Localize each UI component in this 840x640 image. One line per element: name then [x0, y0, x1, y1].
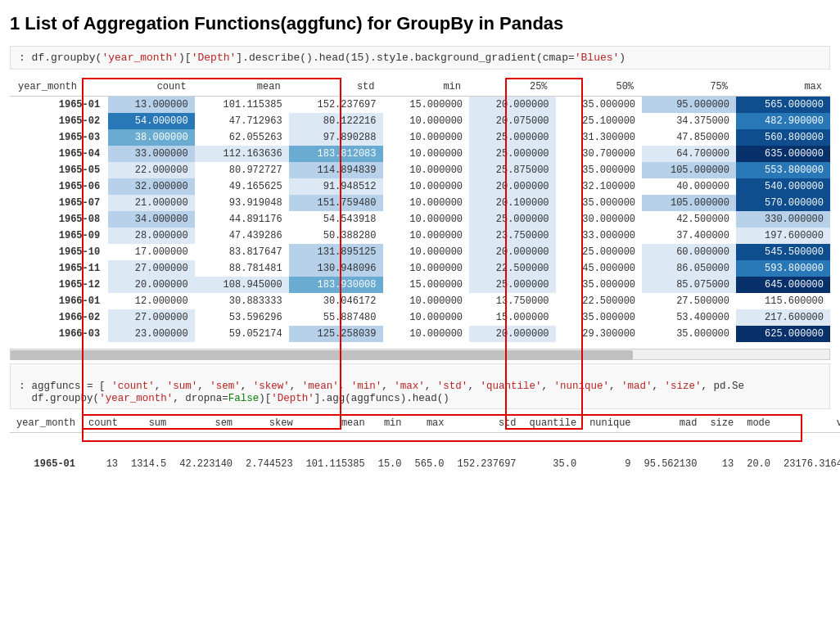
table-cell: 22.500000: [469, 260, 556, 277]
th-count: count: [108, 78, 195, 97]
table-row: 1965-09 28.000000 47.439286 50.388280 10…: [10, 228, 830, 244]
table-cell: 32.000000: [108, 178, 195, 195]
table-cell: 38.000000: [108, 129, 195, 146]
table-cell: 17.000000: [108, 244, 195, 260]
td2-max: 565.0: [409, 433, 451, 496]
table-row: 1965-05 22.000000 80.972727 114.894839 1…: [10, 162, 830, 178]
row-label: 1966-03: [10, 326, 108, 342]
table-row: 1965-10 17.000000 83.817647 131.895125 1…: [10, 244, 830, 260]
table-row: 1966-02 27.000000 53.596296 55.887480 10…: [10, 309, 830, 326]
table-cell: 12.000000: [108, 293, 195, 309]
table-cell: 47.850000: [642, 129, 736, 146]
scrollbar-thumb[interactable]: [11, 350, 633, 360]
table-cell: 50.388280: [289, 228, 383, 244]
table-cell: 42.500000: [642, 211, 736, 228]
table-cell: 10.000000: [383, 326, 470, 342]
table-cell: 10.000000: [383, 228, 470, 244]
table-cell: 20.000000: [469, 97, 556, 114]
table-cell: 35.000000: [556, 162, 643, 178]
table-cell: 29.300000: [556, 326, 643, 342]
table-cell: 33.000000: [556, 228, 643, 244]
table-cell: 80.972727: [195, 162, 289, 178]
table-cell: 34.375000: [642, 113, 736, 129]
table-cell: 105.000000: [642, 162, 736, 178]
table-cell: 30.046172: [289, 293, 383, 309]
row-label: 1965-02: [10, 113, 108, 129]
table-cell: 31.300000: [556, 129, 643, 146]
th-mean: mean: [195, 78, 289, 97]
table-cell: 217.600000: [736, 309, 830, 326]
table-cell: 35.000000: [556, 277, 643, 293]
table-cell: 27.500000: [642, 293, 736, 309]
table-cell: 545.500000: [736, 244, 830, 260]
table-row: 1965-02 54.000000 47.712963 80.122216 10…: [10, 113, 830, 129]
th2-nunique: nunique: [583, 414, 637, 433]
code-prefix-1: :: [19, 52, 32, 64]
row-label: 1965-07: [10, 195, 108, 211]
row-label: 1965-12: [10, 277, 108, 293]
table-cell: 10.000000: [383, 129, 470, 146]
table-cell: 47.712963: [195, 113, 289, 129]
td2-std: 152.237697: [451, 433, 523, 496]
table-cell: 330.000000: [736, 211, 830, 228]
table-cell: 152.237697: [289, 97, 383, 114]
row-label: 1966-02: [10, 309, 108, 326]
code-block-1: : df.groupby('year_month')['Depth'].desc…: [10, 46, 830, 70]
page-container: 1 List of Aggregation Functions(aggfunc)…: [0, 0, 840, 508]
row-label: 1966-01: [10, 293, 108, 309]
td2-min: 15.0: [372, 433, 409, 496]
table-cell: 23.750000: [469, 228, 556, 244]
table-cell: 10.000000: [383, 178, 470, 195]
table-cell: 23.000000: [108, 326, 195, 342]
table-row: 1965-01 13 1314.5 42.223140 2.744523 101…: [10, 433, 840, 496]
th-year-month: year_month: [10, 78, 108, 97]
table-cell: 20.000000: [469, 326, 556, 342]
table-row: 1965-03 38.000000 62.055263 97.890288 10…: [10, 129, 830, 146]
row-label: 1965-05: [10, 162, 108, 178]
th2-mad: mad: [638, 414, 704, 433]
table-cell: 13.750000: [469, 293, 556, 309]
table-cell: 108.945000: [195, 277, 289, 293]
row-label: 1965-03: [10, 129, 108, 146]
table-cell: 30.700000: [556, 146, 643, 162]
table-cell: 85.075000: [642, 277, 736, 293]
td2-skew: 2.744523: [239, 433, 300, 496]
table-cell: 22.500000: [556, 293, 643, 309]
table-cell: 540.000000: [736, 178, 830, 195]
table-row: 1966-03 23.000000 59.052174 125.258039 1…: [10, 326, 830, 342]
td2-sum: 1314.5: [124, 433, 173, 496]
table-cell: 59.052174: [195, 326, 289, 342]
table-cell: 13.000000: [108, 97, 195, 114]
agg-table: year_month count sum sem skew mean min m…: [10, 414, 840, 495]
table-cell: 10.000000: [383, 293, 470, 309]
table-cell: 10.000000: [383, 113, 470, 129]
th2-std: std: [451, 414, 523, 433]
horizontal-scrollbar[interactable]: [10, 349, 830, 360]
page-title: 1 List of Aggregation Functions(aggfunc)…: [10, 13, 830, 34]
table-cell: 44.891176: [195, 211, 289, 228]
table-cell: 53.400000: [642, 309, 736, 326]
table-cell: 97.890288: [289, 129, 383, 146]
table-cell: 482.900000: [736, 113, 830, 129]
table-row: 1965-06 32.000000 49.165625 91.948512 10…: [10, 178, 830, 195]
th2-mean: mean: [300, 414, 372, 433]
table-cell: 125.258039: [289, 326, 383, 342]
table-cell: 25.000000: [469, 277, 556, 293]
th2-mode: mode: [740, 414, 777, 433]
row-label: 1965-09: [10, 228, 108, 244]
row-label: 1965-04: [10, 146, 108, 162]
th-max: max: [736, 78, 830, 97]
table-row: 1965-12 20.000000 108.945000 183.930008 …: [10, 277, 830, 293]
table-cell: 27.000000: [108, 309, 195, 326]
table-cell: 21.000000: [108, 195, 195, 211]
table-cell: 32.100000: [556, 178, 643, 195]
table-cell: 91.948512: [289, 178, 383, 195]
table-cell: 10.000000: [383, 211, 470, 228]
table-row: 1966-01 12.000000 30.883333 30.046172 10…: [10, 293, 830, 309]
table-cell: 54.000000: [108, 113, 195, 129]
td2-mad: 95.562130: [638, 433, 704, 496]
table-cell: 183.930008: [289, 277, 383, 293]
table-cell: 22.000000: [108, 162, 195, 178]
th2-size: size: [703, 414, 740, 433]
th2-min: min: [372, 414, 409, 433]
